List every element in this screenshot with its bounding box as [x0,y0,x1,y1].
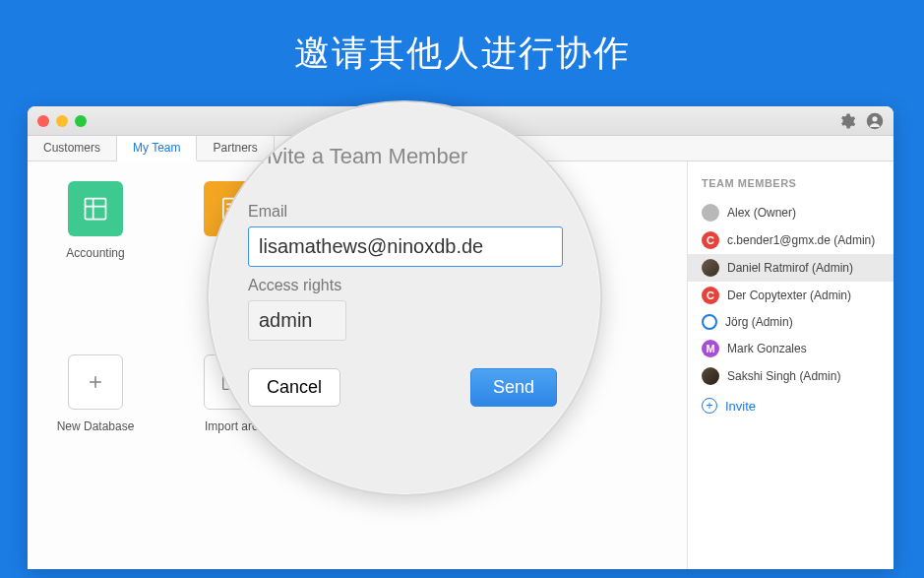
member-row-mark[interactable]: M Mark Gonzales [688,335,893,362]
card-label: Accounting [66,246,124,260]
card-label: New Database [57,419,135,433]
email-input[interactable] [248,226,563,267]
send-button[interactable]: Send [470,368,557,407]
cancel-button[interactable]: Cancel [248,368,340,407]
avatar: C [702,231,719,249]
tab-partners[interactable]: Partners [197,136,274,161]
member-row-copytexter[interactable]: C Der Copytexter (Admin) [688,282,893,309]
member-name: Jörg (Admin) [725,315,793,329]
avatar [702,259,719,277]
card-new-database[interactable]: New Database [51,354,140,433]
tab-my-team[interactable]: My Team [117,136,197,161]
access-rights-input[interactable] [248,300,346,341]
avatar [702,204,719,222]
member-row-jorg[interactable]: Jörg (Admin) [688,309,893,335]
user-icon[interactable] [866,112,884,130]
plus-icon [68,354,123,410]
maximize-window-button[interactable] [75,115,87,127]
avatar [702,367,719,385]
invite-link[interactable]: + Invite [688,390,893,421]
avatar: M [702,340,719,357]
member-name: Daniel Ratmirof (Admin) [727,261,853,275]
magnifier-overlay: Invite a Team Member Email Access rights… [207,100,602,496]
close-window-button[interactable] [37,115,49,127]
tab-customers[interactable]: Customers [28,136,117,161]
member-row-daniel[interactable]: Daniel Ratmirof (Admin) [688,254,893,282]
invite-dialog: Invite a Team Member Email Access rights… [220,130,592,407]
invite-label: Invite [725,399,756,414]
email-label: Email [248,203,565,221]
member-name: Mark Gonzales [727,342,807,355]
gear-icon[interactable] [838,112,856,130]
access-rights-label: Access rights [248,277,565,294]
card-accounting[interactable]: Accounting [51,181,140,260]
banner-title: 邀请其他人进行协作 [0,0,924,97]
window-controls [37,115,87,127]
member-name: Alex (Owner) [727,206,796,220]
member-row-sakshi[interactable]: Sakshi Singh (Admin) [688,362,893,390]
database-icon [68,181,123,236]
svg-rect-2 [86,199,106,220]
member-row-cbender[interactable]: C c.bender1@gmx.de (Admin) [688,226,893,254]
member-name: Der Copytexter (Admin) [727,289,851,302]
avatar: C [702,287,719,304]
svg-point-1 [872,116,877,121]
avatar [702,314,717,330]
member-row-alex[interactable]: Alex (Owner) [688,199,893,226]
member-name: c.bender1@gmx.de (Admin) [727,233,875,247]
plus-circle-icon: + [702,398,717,414]
member-name: Sakshi Singh (Admin) [727,369,840,383]
sidebar-team-members: TEAM MEMBERS Alex (Owner) C c.bender1@gm… [687,161,893,569]
sidebar-header: TEAM MEMBERS [688,173,893,199]
minimize-window-button[interactable] [56,115,68,127]
